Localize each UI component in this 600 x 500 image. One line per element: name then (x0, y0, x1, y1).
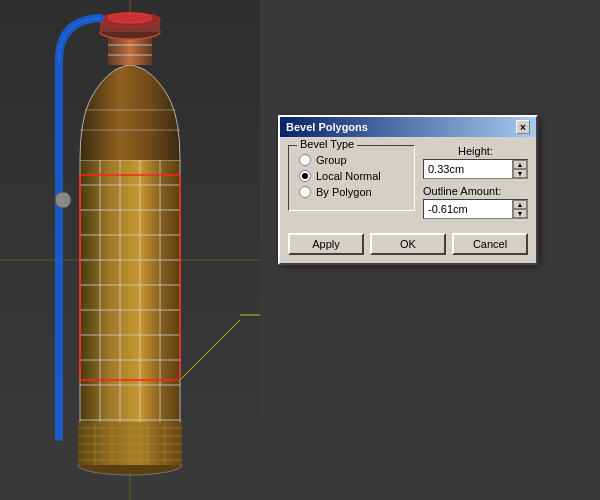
radio-bypolygon-option[interactable] (299, 186, 311, 198)
radio-group[interactable]: Group (299, 154, 404, 166)
height-down-arrow[interactable]: ▼ (513, 169, 527, 178)
outline-input[interactable] (424, 201, 512, 217)
radio-localnormal[interactable]: Local Normal (299, 170, 404, 182)
height-input[interactable] (424, 161, 512, 177)
outline-up-arrow[interactable]: ▲ (513, 200, 527, 209)
outline-label: Outline Amount: (423, 185, 528, 197)
dialog-inner: Bevel Type Group Local Normal By Polygon (280, 137, 536, 229)
bevel-type-group: Bevel Type Group Local Normal By Polygon (288, 145, 415, 211)
svg-point-47 (108, 13, 152, 23)
dialog-title: Bevel Polygons (286, 121, 368, 133)
close-button[interactable]: × (516, 120, 530, 134)
bevel-type-legend: Bevel Type (297, 138, 357, 150)
dialog: Bevel Polygons × Bevel Type Group Local … (278, 115, 538, 265)
dialog-titlebar: Bevel Polygons × (280, 117, 536, 137)
radio-group-label: Group (316, 154, 347, 166)
cancel-button[interactable]: Cancel (452, 233, 528, 255)
radio-localnormal-option[interactable] (299, 170, 311, 182)
scene-background (0, 0, 260, 500)
apply-button[interactable]: Apply (288, 233, 364, 255)
height-label: Height: (423, 145, 528, 157)
svg-point-51 (55, 192, 71, 208)
outline-spinner[interactable]: ▲ ▼ (423, 199, 528, 219)
height-arrows: ▲ ▼ (512, 160, 527, 178)
scene-svg (0, 0, 260, 500)
radio-group-option[interactable] (299, 154, 311, 166)
radio-bypolygon[interactable]: By Polygon (299, 186, 404, 198)
dialog-buttons: Apply OK Cancel (280, 229, 536, 263)
svg-rect-48 (55, 60, 63, 440)
viewport: Bevel Polygons × Bevel Type Group Local … (0, 0, 600, 500)
radio-localnormal-label: Local Normal (316, 170, 381, 182)
height-up-arrow[interactable]: ▲ (513, 160, 527, 169)
outline-down-arrow[interactable]: ▼ (513, 209, 527, 218)
right-section: Height: ▲ ▼ Outline Amount: ▲ ▼ (423, 145, 528, 225)
bevel-type-section: Bevel Type Group Local Normal By Polygon (288, 145, 415, 225)
ok-button[interactable]: OK (370, 233, 446, 255)
radio-bypolygon-label: By Polygon (316, 186, 372, 198)
svg-rect-16 (80, 160, 180, 422)
height-spinner[interactable]: ▲ ▼ (423, 159, 528, 179)
outline-arrows: ▲ ▼ (512, 200, 527, 218)
